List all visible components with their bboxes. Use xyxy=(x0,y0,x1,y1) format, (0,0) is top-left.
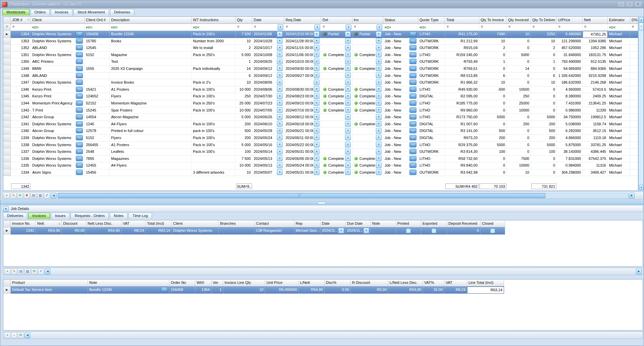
ellipsis-button[interactable]: ... xyxy=(409,66,416,71)
cell-inv[interactable]: Complete▼ xyxy=(352,156,383,163)
cell-inv[interactable]: Complete▼ xyxy=(352,66,383,73)
cell-req_date[interactable]: 2024/05/24 00:00▼ xyxy=(284,162,321,169)
cell-vat[interactable]: R8,24 xyxy=(121,227,146,234)
dropdown-icon[interactable]: ▼ xyxy=(277,59,283,64)
filter-equals-icon[interactable]: = xyxy=(507,24,531,29)
col-header-qty[interactable]: Qty xyxy=(236,17,252,24)
cell-qty_to_invoice[interactable]: -500 xyxy=(479,86,507,93)
cell-status[interactable]: Job - New... xyxy=(383,79,418,86)
cell-client_ord[interactable] xyxy=(85,58,110,66)
cell-qty[interactable]: 7 500 xyxy=(236,31,252,38)
cell-estimator[interactable]: Michael xyxy=(608,162,630,169)
row-indicator-cell[interactable] xyxy=(3,114,11,121)
dropdown-icon[interactable]: ▼ xyxy=(376,59,382,64)
cell-dpct[interactable] xyxy=(630,31,638,38)
dropdown-icon[interactable]: ▼ xyxy=(277,73,283,78)
dropdown-icon[interactable]: ▼ xyxy=(338,228,344,233)
cell-quote[interactable]: OUTWORK xyxy=(418,73,445,80)
col-header-dpct[interactable]: D% xyxy=(630,17,638,24)
cell-qty[interactable]: 100 xyxy=(236,148,252,156)
cell-req_date[interactable]: 2024/06/11 00:00▼ xyxy=(284,135,321,142)
cell-description[interactable]: Abcon Magazine xyxy=(110,114,192,121)
dropdown-icon[interactable]: ▼ xyxy=(314,45,319,51)
col-header-exported[interactable]: Exported xyxy=(421,220,447,227)
cell-req_date[interactable]: 2024/07/16 00:00▼ xyxy=(284,107,321,114)
cell-qty_to_invoice[interactable]: 6 xyxy=(479,73,507,80)
cell-nett[interactable]: 47351.25 xyxy=(583,31,608,38)
cell-wt[interactable]: Pack in 250's xyxy=(192,100,236,107)
cell-status[interactable]: Job - New... xyxy=(383,52,418,59)
dropdown-icon[interactable]: ▼ xyxy=(345,121,351,127)
scroll-right-icon[interactable]: ▶ xyxy=(629,193,635,199)
cell-qty_to_invoice[interactable]: 5000 xyxy=(479,142,507,149)
cell-u_price[interactable]: 1 335.642000 xyxy=(557,73,583,80)
col-header-wt_no[interactable]: Wt/# xyxy=(195,279,211,287)
dropdown-icon[interactable]: ▼ xyxy=(376,100,382,106)
cell-qty_to_invoice[interactable]: 500 xyxy=(479,128,507,135)
cell-client_ord[interactable]: 12455 xyxy=(85,162,110,169)
cell-quote[interactable]: OUTWORK xyxy=(418,148,445,156)
col-header-l_nett_less[interactable]: L/Nett Less Disc. xyxy=(388,279,423,287)
filter-cell-qty[interactable]: = xyxy=(236,24,252,31)
cell-qty_to_deliver[interactable]: 2250 xyxy=(531,31,557,38)
cell-qty[interactable]: 200 xyxy=(236,121,252,128)
cell-wt[interactable]: Pack in 100's xyxy=(192,93,236,100)
checkbox-unchecked[interactable] xyxy=(406,228,411,233)
dropdown-icon[interactable]: ▼ xyxy=(376,114,382,120)
table-row[interactable]: 1346Kenzo Print...15421A1 PostersPack in… xyxy=(3,86,638,93)
export-icon[interactable]: ▤ xyxy=(18,268,24,274)
cell-qty[interactable]: 10 xyxy=(236,79,252,86)
cell-del[interactable]: Complete▼ xyxy=(321,169,352,176)
cell-qty[interactable]: 10 xyxy=(236,38,252,45)
cell-req_date[interactable]: 2024/11/06 00:00▼ xyxy=(284,52,321,59)
cell-u_price[interactable]: 6.282000 xyxy=(557,128,583,135)
dropdown-icon[interactable]: ▼ xyxy=(376,149,382,155)
cell-qty[interactable]: 5 000 xyxy=(236,52,252,59)
cell-qty_to_invoice[interactable]: 200 xyxy=(479,135,507,142)
cell-inv[interactable]: Complete▼ xyxy=(352,100,383,107)
row-indicator-cell[interactable] xyxy=(3,100,11,107)
cell-estimator[interactable]: Michael xyxy=(608,52,630,59)
col-header-estimator[interactable]: Estimator xyxy=(608,17,630,24)
filter-dropdown-icon[interactable]: ▼ xyxy=(278,25,283,30)
cell-qty_to_deliver[interactable]: 0 xyxy=(531,162,557,169)
cell-del[interactable]: Complete▼ xyxy=(321,86,352,93)
cell-req_date[interactable]: 2024/05/31 00:00▼ xyxy=(284,148,321,156)
cell-status[interactable]: Job - New... xyxy=(383,100,418,107)
table-row[interactable]: 1340Abcon Group...12578Printed in full c… xyxy=(3,128,638,135)
cell-u_price[interactable]: 31.849000 xyxy=(557,52,583,59)
dropdown-icon[interactable]: ▼ xyxy=(277,128,283,134)
cell-qty_to_invoice[interactable]: 0 xyxy=(479,156,507,163)
cell-qty_to_deliver[interactable]: 0 xyxy=(531,100,557,107)
filter-cell-client[interactable]: ABC xyxy=(31,24,85,31)
dropdown-icon[interactable]: ▼ xyxy=(277,107,283,113)
table-row[interactable]: 1350ABC Printers...Test12024/09/25▼2024/… xyxy=(3,58,638,66)
cell-status[interactable]: Job - New... xyxy=(383,66,418,73)
cell-qty[interactable]: 10 000 xyxy=(236,162,252,169)
cell-invoice_no[interactable]: 1241 xyxy=(11,227,36,234)
refresh-icon[interactable]: ⟳ xyxy=(17,192,23,199)
cell-qty[interactable]: 10 000 xyxy=(236,107,252,114)
ellipsis-button[interactable]: ... xyxy=(409,121,416,127)
col-header-product[interactable]: Product xyxy=(11,279,88,287)
cell-client[interactable]: BMW... xyxy=(31,66,85,73)
ellipsis-button[interactable]: ... xyxy=(409,170,416,175)
dropdown-icon[interactable]: ▼ xyxy=(345,80,351,85)
subtab-notes[interactable]: Notes xyxy=(110,213,128,219)
cell-req_date[interactable]: 2024/08/23 00:00▼ xyxy=(284,93,321,100)
cell-total[interactable]: R3 042,98 xyxy=(445,169,479,176)
dropdown-icon[interactable]: ▼ xyxy=(376,156,382,161)
cell-dpct[interactable] xyxy=(630,142,638,149)
cell-qty_to_deliver[interactable]: 100 xyxy=(531,148,557,156)
dropdown-icon[interactable]: ▼ xyxy=(345,31,351,37)
cell-u_price[interactable]: 793.490000 xyxy=(557,58,583,66)
filter-cell-del[interactable]: =▼ xyxy=(321,24,352,31)
cell-del[interactable]: Complete▼ xyxy=(321,52,352,59)
vertical-scrollbar[interactable]: ▲ ≡ ▼ xyxy=(638,16,644,191)
dropdown-icon[interactable]: ▼ xyxy=(376,45,382,51)
cell-wt[interactable]: 3 different artworks xyxy=(192,169,236,176)
cell-qty[interactable]: 10 000 xyxy=(236,86,252,93)
scroll-right-icon[interactable]: ▶ xyxy=(636,269,642,274)
cell-description[interactable]: Test xyxy=(110,58,192,66)
cell-total[interactable]: R915,04 xyxy=(445,45,479,52)
